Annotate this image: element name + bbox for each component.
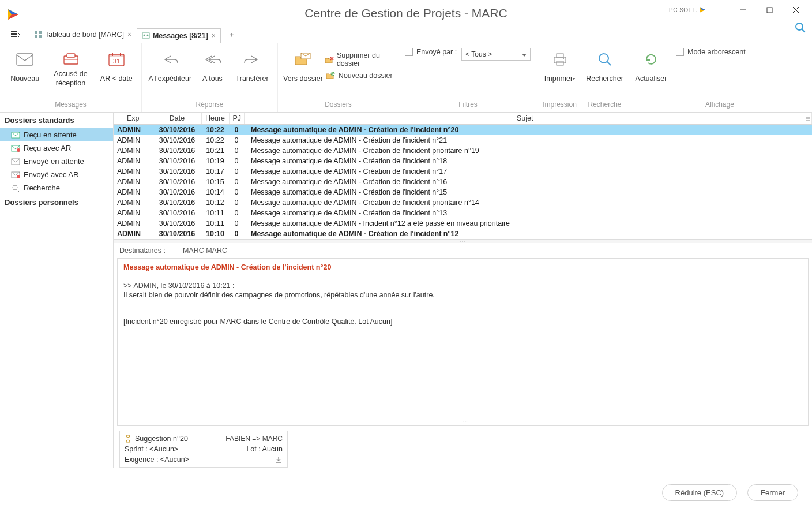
ribbon-group-label: Impression	[537, 99, 582, 112]
folders-sidebar: Dossiers standards Reçu en attente Reçu …	[0, 113, 114, 468]
tree-mode-checkbox[interactable]: Mode arborescent	[676, 48, 746, 56]
window-close-button[interactable]	[783, 1, 809, 18]
recipients-row: Destinataires : MARC MARC	[114, 243, 812, 258]
app-logo	[6, 7, 21, 22]
sidebar-section-standard: Dossiers standards	[0, 113, 113, 128]
table-row[interactable]: ADMIN30/10/201610:140Message automatique…	[114, 187, 812, 197]
tab-close-icon[interactable]: ×	[212, 32, 216, 40]
window-maximize-button[interactable]	[756, 1, 783, 18]
message-body[interactable]: Message automatique de ADMIN - Création …	[117, 258, 809, 426]
sidebar-item-sent-pending[interactable]: Envoyé en attente	[0, 155, 113, 168]
col-header-date[interactable]: Date	[153, 113, 201, 125]
resize-grip-icon[interactable]: ···	[463, 418, 469, 424]
ribbon-nouveau-button[interactable]: Nouveau	[3, 46, 46, 88]
message-list: Exp Date Heure PJ Sujet ADMIN30/10/20161…	[114, 113, 812, 240]
ribbon-forward-button[interactable]: Transférer	[230, 46, 274, 88]
svg-text:31: 31	[113, 58, 120, 65]
table-row[interactable]: ADMIN30/10/201610:120Message automatique…	[114, 197, 812, 208]
tab-dashboard[interactable]: Tableau de bord [MARC] ×	[29, 27, 137, 42]
mail-out-icon	[10, 158, 21, 165]
tab-messages[interactable]: Messages [8/21] ×	[137, 28, 221, 43]
table-row[interactable]: ADMIN30/10/201610:220Message automatique…	[114, 125, 812, 136]
svg-line-44	[17, 189, 19, 192]
ribbon-print-button[interactable]: Imprimer▾	[541, 46, 578, 88]
dashboard-icon	[34, 31, 42, 39]
close-button[interactable]: Fermer	[747, 484, 798, 501]
svg-rect-9	[35, 31, 37, 34]
reduce-button[interactable]: Réduire (ESC)	[662, 484, 738, 501]
svg-point-43	[13, 185, 17, 190]
ribbon-group-label: Messages	[0, 99, 141, 112]
mail-icon	[16, 49, 33, 70]
card-title: Suggestion n°20	[135, 435, 225, 443]
tab-strip: Tableau de bord [MARC] × Messages [8/21]…	[0, 26, 812, 43]
svg-line-36	[607, 62, 611, 65]
svg-rect-16	[17, 54, 33, 65]
calendar-icon: 31	[108, 49, 125, 70]
table-row[interactable]: ADMIN30/10/201610:110Message automatique…	[114, 208, 812, 218]
table-row[interactable]: ADMIN30/10/201610:210Message automatique…	[114, 145, 812, 156]
ribbon-to-folder-button[interactable]: Vers dossier	[281, 46, 325, 88]
ribbon-refresh-button[interactable]: Actualiser	[631, 46, 671, 88]
ribbon: Nouveau Accusé de réception 31 AR < date…	[0, 43, 812, 113]
main-split: Dossiers standards Reçu en attente Reçu …	[0, 113, 812, 468]
hourglass-icon	[125, 435, 131, 443]
svg-rect-21	[109, 54, 124, 57]
ribbon-ardate-button[interactable]: 31 AR < date	[95, 46, 138, 88]
receipt-box-icon	[62, 49, 80, 70]
table-row[interactable]: ADMIN30/10/201610:220Message automatique…	[114, 135, 812, 145]
col-header-heure[interactable]: Heure	[201, 113, 229, 125]
mail-in-icon	[10, 132, 21, 139]
search-icon[interactable]	[795, 22, 806, 33]
magnifier-icon	[597, 49, 612, 70]
ribbon-delete-from-folder-button[interactable]: Supprimer du dossier	[325, 50, 395, 70]
window-title: Centre de Gestion de Projets - MARC	[304, 6, 507, 20]
sidebar-item-search[interactable]: Recherche	[0, 181, 113, 195]
messages-pane: Exp Date Heure PJ Sujet ADMIN30/10/20161…	[114, 113, 812, 468]
svg-point-39	[17, 148, 20, 152]
col-header-pj[interactable]: PJ	[229, 113, 244, 125]
ribbon-group-label: Dossiers	[278, 99, 399, 112]
sidebar-item-inbox-ar[interactable]: Reçu avec AR	[0, 141, 113, 155]
col-header-sujet[interactable]: Sujet	[244, 113, 812, 125]
tab-list-menu-button[interactable]	[6, 28, 25, 42]
svg-rect-6	[11, 31, 17, 32]
ribbon-new-folder-button[interactable]: Nouveau dossier	[325, 70, 395, 81]
tab-close-icon[interactable]: ×	[127, 31, 131, 39]
table-row[interactable]: ADMIN30/10/201610:100Message automatique…	[114, 229, 812, 239]
col-header-exp[interactable]: Exp	[114, 113, 153, 125]
folder-delete-icon	[325, 56, 334, 64]
suggestion-card[interactable]: Suggestion n°20 FABIEN => MARC Sprint : …	[119, 431, 288, 468]
filter-sender-dropdown[interactable]: < Tous >	[461, 48, 531, 61]
table-row[interactable]: ADMIN30/10/201610:110Message automatique…	[114, 218, 812, 229]
ribbon-reply-all-button[interactable]: A tous	[195, 46, 231, 88]
mail-out-ar-icon	[10, 171, 21, 178]
sidebar-item-sent-ar[interactable]: Envoyé avec AR	[0, 168, 113, 181]
message-subject: Message automatique de ADMIN - Création …	[123, 263, 802, 271]
filter-sender-checkbox[interactable]: Envoyé par :	[405, 48, 457, 56]
mail-ar-icon	[10, 145, 21, 152]
add-tab-button[interactable]: ＋	[224, 29, 239, 40]
printer-icon	[552, 49, 568, 70]
sidebar-item-inbox-pending[interactable]: Reçu en attente	[0, 128, 113, 141]
table-row[interactable]: ADMIN30/10/201610:190Message automatique…	[114, 156, 812, 166]
ribbon-group-label: Réponse	[142, 99, 277, 112]
svg-point-15	[146, 34, 148, 36]
svg-rect-18	[67, 54, 75, 57]
ribbon-reply-button[interactable]: A l'expéditeur	[145, 46, 195, 88]
table-row[interactable]: ADMIN30/10/201610:170Message automatique…	[114, 166, 812, 177]
messages-icon	[142, 32, 150, 39]
table-menu-button[interactable]	[803, 113, 812, 125]
ribbon-group-label: Affichage	[627, 99, 812, 112]
svg-rect-11	[35, 35, 37, 38]
window-minimize-button[interactable]	[730, 1, 756, 18]
download-icon[interactable]	[275, 455, 283, 464]
ribbon-search-button[interactable]: Rechercher	[586, 46, 623, 88]
quote-header: >> ADMIN, le 30/10/2016 à 10:21 :	[123, 282, 802, 290]
sidebar-section-personal: Dossiers personnels	[0, 195, 113, 210]
ribbon-accuse-button[interactable]: Accusé de réception	[46, 46, 95, 88]
ribbon-group-label: Recherche	[582, 99, 627, 112]
table-row[interactable]: ADMIN30/10/201610:150Message automatique…	[114, 177, 812, 187]
message-footer-note: [Incident n°20 enregistré pour MARC dans…	[123, 318, 802, 326]
svg-rect-10	[39, 31, 42, 34]
